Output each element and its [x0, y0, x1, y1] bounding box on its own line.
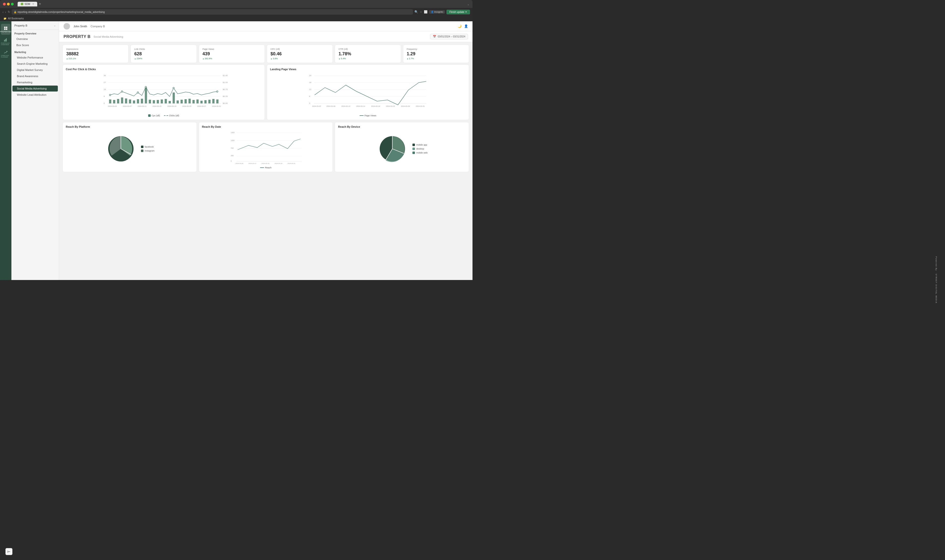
finish-update-button[interactable]: Finish update ▼ [446, 10, 470, 14]
nav-item-social-media-advertising[interactable]: Social Media Advertising [12, 86, 58, 92]
lock-icon: 🔒 [14, 11, 17, 13]
avatar [63, 23, 70, 29]
property-selector-arrow: ⌄ [54, 24, 56, 27]
sidebar-toggle-icon[interactable]: ⬜ [424, 10, 428, 14]
traffic-light-yellow[interactable] [7, 3, 10, 5]
svg-rect-35 [153, 100, 155, 103]
svg-text:2024-03-06: 2024-03-06 [327, 105, 336, 107]
landing-page-views-chart-card: Landing Page Views 24 18 12 6 0 [267, 65, 469, 120]
svg-rect-48 [205, 100, 207, 103]
bookmarks-label[interactable]: All Bookmarks [8, 17, 24, 20]
main-content: John Smith Company B 🌙 👤 PROPERTY B Soci… [59, 22, 473, 280]
legend-page-views: Page Views [359, 114, 376, 117]
svg-text:700: 700 [231, 147, 234, 149]
reach-date-chart: 1400 1050 700 350 0 2024-03-06 2024-03-1… [202, 130, 330, 165]
nav-item-website-lead-attribution[interactable]: Website Lead Attribution [12, 92, 58, 98]
charts-row-1: Cost Per Click & Clicks 36 27 18 9 0 $1.… [59, 65, 473, 122]
svg-text:2024-03-11: 2024-03-11 [138, 105, 146, 107]
svg-text:0: 0 [309, 102, 310, 105]
new-tab-button[interactable]: + [39, 2, 41, 6]
reach-platform-title: Reach By Platform [66, 125, 194, 128]
nav-item-box-score[interactable]: Box Score [12, 42, 58, 48]
svg-rect-5 [5, 39, 6, 42]
svg-text:2024-03-06: 2024-03-06 [236, 162, 244, 164]
portfolio-icon [4, 38, 8, 42]
nav-item-search-engine-marketing[interactable]: Search Engine Marketing [12, 61, 58, 67]
bookmarks-folder-icon: 📁 [3, 17, 6, 20]
url-input[interactable] [18, 11, 411, 13]
sidebar-item-portfolio[interactable]: PORTFOLIO OVERVIEW [1, 36, 11, 47]
metric-value: 1.29 [407, 51, 465, 57]
legend-clicks: Clicks (all) [164, 114, 179, 117]
svg-text:2024-03-10: 2024-03-10 [341, 105, 350, 107]
svg-rect-4 [4, 40, 5, 42]
metric-change: ▲234% [134, 57, 193, 60]
bookmark-star-icon[interactable]: ☆ [419, 10, 422, 14]
window-collapse-icon[interactable]: ⌄ [467, 3, 470, 6]
svg-rect-47 [200, 101, 203, 103]
nav-item-overview[interactable]: Overview [12, 36, 58, 42]
reach-date-title: Reach By Date [202, 125, 330, 128]
reach-platform-card: Reach By Platform [63, 122, 197, 172]
metric-change: ▲262.8% [202, 57, 261, 60]
sidebar-item-forecast[interactable]: FORECAST PLANNER [1, 49, 11, 60]
svg-text:2024-03-18: 2024-03-18 [262, 162, 270, 164]
svg-text:2024-03-31: 2024-03-31 [288, 162, 296, 164]
nav-item-brand-awareness[interactable]: Brand Awareness [12, 73, 58, 79]
header-right-actions: 🌙 👤 [458, 24, 468, 28]
svg-text:18: 18 [309, 82, 311, 83]
tab-close-icon[interactable]: ✕ [32, 3, 34, 5]
svg-rect-44 [189, 99, 191, 103]
dark-mode-icon[interactable]: 🌙 [458, 24, 462, 28]
tab-label: SDM [25, 3, 30, 5]
svg-text:$0.00: $0.00 [223, 102, 228, 105]
traffic-light-red[interactable] [3, 3, 6, 5]
svg-rect-3 [6, 28, 8, 30]
nav-item-digital-market-survey[interactable]: Digital Market Survey [12, 67, 58, 73]
account-icon[interactable]: 👤 [464, 24, 468, 28]
traffic-light-green[interactable] [11, 3, 14, 5]
sidebar-item-properties[interactable]: PROPERTIES [1, 24, 11, 35]
page-header: PROPERTY B Social Media Advertising 📅 03… [59, 31, 473, 42]
forward-button[interactable]: › [5, 10, 6, 14]
svg-rect-39 [169, 101, 171, 103]
svg-text:$1.40: $1.40 [223, 74, 228, 77]
reach-date-legend: Reach [202, 166, 330, 169]
sidebar-icon-bar: PROPERTIES PORTFOLIO OVERVIEW FORECAST P… [0, 22, 11, 280]
svg-text:2024-03-15: 2024-03-15 [153, 105, 162, 107]
svg-rect-29 [129, 100, 131, 103]
svg-rect-27 [121, 97, 123, 103]
browser-chrome: 🟩 SDM ✕ + ⌄ [0, 0, 473, 8]
metric-value: 1.78% [339, 51, 397, 57]
svg-text:6: 6 [309, 95, 310, 97]
svg-rect-49 [208, 100, 211, 103]
svg-rect-32 [141, 99, 143, 103]
property-selector[interactable]: Property B ⌄ [11, 22, 59, 30]
platform-legend: facebook instagram [141, 146, 154, 152]
active-tab[interactable]: 🟩 SDM ✕ [18, 2, 37, 6]
nav-item-remarketing[interactable]: Remarketing [12, 79, 58, 85]
svg-text:0: 0 [231, 160, 231, 162]
top-header: John Smith Company B 🌙 👤 [59, 22, 473, 31]
svg-point-55 [145, 86, 146, 88]
metric-change: ▲5.4% [339, 57, 397, 60]
metrics-row: Impressions 38882 ▲215.1% Link Clicks 62… [59, 42, 473, 65]
back-button[interactable]: ‹ [3, 10, 3, 14]
bookmarks-bar: 📁 All Bookmarks [0, 16, 473, 22]
date-range-picker[interactable]: 📅 03/01/2024 – 03/31/2024 [430, 34, 468, 39]
svg-text:2024-03-31: 2024-03-31 [416, 105, 425, 107]
svg-text:2024-03-07: 2024-03-07 [123, 105, 132, 107]
svg-text:36: 36 [104, 74, 106, 77]
svg-text:1050: 1050 [231, 140, 234, 142]
search-icon[interactable]: 🔍 [415, 10, 418, 14]
incognito-badge: 👤 Incognito [429, 10, 445, 14]
svg-text:18: 18 [104, 88, 106, 91]
metric-value: 38882 [66, 51, 125, 57]
refresh-button[interactable]: ↻ [8, 10, 10, 14]
device-legend: mobile app desktop mobile web [412, 144, 428, 154]
svg-rect-34 [149, 100, 151, 103]
nav-item-website-performance[interactable]: Website Performance [12, 55, 58, 60]
cpc-clicks-chart-card: Cost Per Click & Clicks 36 27 18 9 0 $1.… [63, 65, 265, 120]
finish-update-dropdown-icon[interactable]: ▼ [465, 11, 467, 13]
metric-label: Page Views [202, 48, 261, 50]
